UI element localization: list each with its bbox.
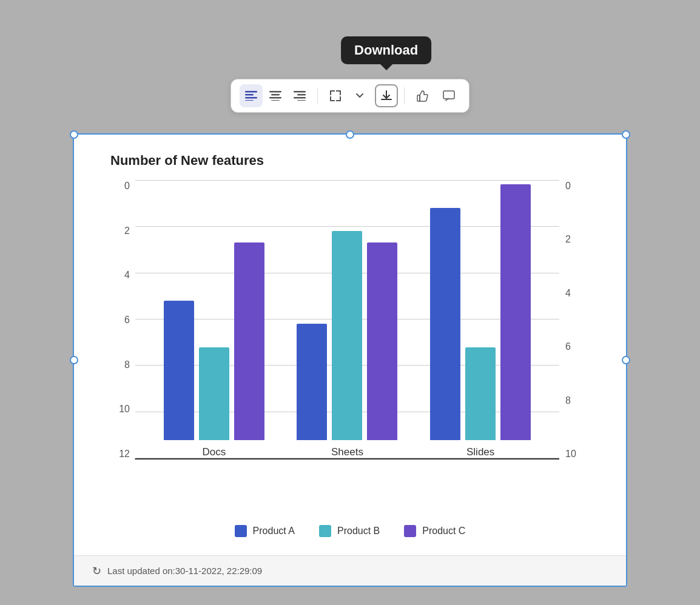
plot-area: Docs Sheets bbox=[135, 181, 559, 460]
bar-sheets-product-a bbox=[297, 324, 327, 440]
align-left-button[interactable] bbox=[240, 84, 263, 107]
bar-slides-product-b bbox=[465, 347, 496, 440]
legend-item-product-b: Product B bbox=[319, 525, 380, 537]
svg-rect-6 bbox=[269, 97, 281, 99]
legend: Product A Product B Product C bbox=[110, 525, 590, 537]
legend-item-product-c: Product C bbox=[404, 525, 465, 537]
align-right-button[interactable] bbox=[288, 84, 311, 107]
refresh-icon: ↻ bbox=[92, 564, 101, 578]
svg-rect-8 bbox=[294, 91, 306, 93]
divider-1 bbox=[317, 87, 318, 104]
svg-rect-13 bbox=[330, 90, 331, 95]
chevron-down-icon bbox=[356, 93, 363, 98]
svg-rect-0 bbox=[245, 91, 257, 93]
like-icon bbox=[416, 89, 429, 102]
chart-area: 12 10 8 6 4 2 0 bbox=[110, 181, 590, 460]
y-axis-right: 10 8 6 4 2 0 bbox=[559, 181, 590, 460]
chart-title: Number of New features bbox=[110, 153, 590, 169]
legend-label-product-a: Product A bbox=[253, 526, 295, 536]
svg-rect-1 bbox=[245, 94, 254, 96]
tooltip-label: Download bbox=[354, 42, 418, 58]
svg-rect-19 bbox=[340, 96, 341, 101]
legend-color-product-a bbox=[235, 525, 247, 537]
svg-rect-21 bbox=[443, 91, 454, 99]
like-button[interactable] bbox=[411, 84, 434, 107]
svg-rect-7 bbox=[271, 100, 280, 101]
y-axis-left: 12 10 8 6 4 2 0 bbox=[110, 181, 135, 460]
legend-color-product-c bbox=[404, 525, 416, 537]
bars-slides bbox=[430, 184, 531, 440]
svg-rect-15 bbox=[340, 90, 341, 95]
group-label-sheets: Sheets bbox=[331, 446, 363, 458]
svg-rect-9 bbox=[297, 94, 306, 96]
bar-group-slides: Slides bbox=[430, 184, 531, 458]
group-label-docs: Docs bbox=[202, 446, 226, 458]
svg-rect-5 bbox=[271, 94, 280, 96]
comment-button[interactable] bbox=[437, 84, 460, 107]
align-right-icon bbox=[294, 91, 306, 101]
bar-slides-product-c bbox=[500, 184, 531, 440]
bar-sheets-product-b bbox=[332, 231, 362, 440]
download-button[interactable] bbox=[375, 84, 398, 107]
svg-rect-10 bbox=[294, 97, 306, 99]
bar-sheets-product-c bbox=[367, 242, 397, 440]
alignment-group bbox=[240, 84, 311, 107]
align-center-icon bbox=[269, 91, 281, 101]
download-tooltip: Download bbox=[341, 36, 431, 64]
bar-docs-product-c bbox=[234, 242, 264, 440]
svg-rect-20 bbox=[417, 95, 420, 101]
legend-label-product-b: Product B bbox=[337, 526, 380, 536]
bar-docs-product-a bbox=[164, 301, 194, 440]
svg-rect-3 bbox=[245, 100, 254, 101]
divider-2 bbox=[404, 87, 405, 104]
bar-docs-product-b bbox=[199, 347, 229, 440]
bar-groups: Docs Sheets bbox=[135, 181, 559, 458]
expand-button[interactable] bbox=[324, 84, 347, 107]
expand-icon bbox=[329, 89, 342, 102]
align-center-button[interactable] bbox=[264, 84, 287, 107]
comment-icon bbox=[442, 89, 456, 102]
bar-slides-product-a bbox=[430, 208, 460, 440]
chart-container: Number of New features 12 10 8 6 4 2 0 bbox=[73, 133, 627, 587]
legend-label-product-c: Product C bbox=[422, 526, 465, 536]
toolbar bbox=[231, 79, 469, 113]
dropdown-button[interactable] bbox=[348, 84, 371, 107]
bar-group-sheets: Sheets bbox=[297, 231, 397, 458]
footer-text: Last updated on:30-11-2022, 22:29:09 bbox=[107, 566, 262, 576]
action-group bbox=[324, 84, 371, 107]
bar-group-docs: Docs bbox=[164, 242, 264, 458]
svg-rect-2 bbox=[245, 97, 257, 99]
svg-rect-17 bbox=[330, 96, 331, 101]
svg-rect-11 bbox=[297, 100, 306, 101]
chart-inner: Number of New features 12 10 8 6 4 2 0 bbox=[74, 135, 626, 549]
bars-sheets bbox=[297, 231, 397, 440]
toolbar-wrapper: Download bbox=[231, 79, 469, 113]
chart-footer: ↻ Last updated on:30-11-2022, 22:29:09 bbox=[74, 555, 626, 586]
align-left-icon bbox=[245, 91, 257, 101]
svg-rect-4 bbox=[269, 91, 281, 93]
legend-color-product-b bbox=[319, 525, 331, 537]
bars-docs bbox=[164, 242, 264, 440]
group-label-slides: Slides bbox=[466, 446, 494, 458]
download-icon bbox=[380, 89, 393, 102]
legend-item-product-a: Product A bbox=[235, 525, 295, 537]
